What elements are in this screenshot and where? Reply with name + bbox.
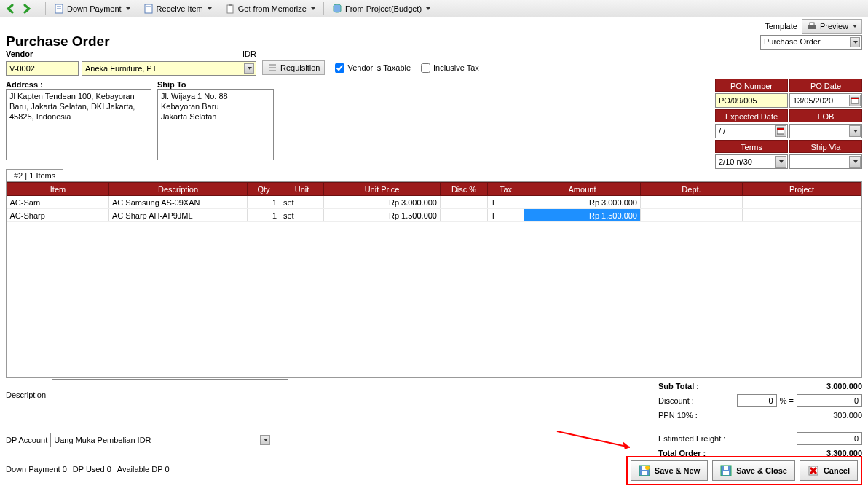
chevron-down-icon <box>244 63 254 74</box>
po-date-header: PO Date <box>789 79 862 92</box>
discount-pct-input[interactable] <box>737 394 777 407</box>
inclusive-tax-checkbox[interactable]: Inclusive Tax <box>421 63 479 73</box>
dropdown-icon <box>311 7 315 10</box>
col-desc[interactable]: Description <box>109 183 248 196</box>
clipboard-icon <box>225 4 235 14</box>
terms-value: 2/10 n/30 <box>719 157 752 166</box>
dp-account-select[interactable]: Uang Muka Pembelian IDR <box>50 433 272 447</box>
receive-item-button[interactable]: Receive Item <box>138 1 217 16</box>
cell-tax[interactable]: T <box>488 196 524 209</box>
cancel-button[interactable]: Cancel <box>800 460 858 481</box>
cell-disc[interactable] <box>441 196 488 209</box>
get-memorize-label: Get from Memorize <box>238 4 307 13</box>
items-table-wrap: Item Description Qty Unit Unit Price Dis… <box>6 181 862 378</box>
address-textarea[interactable]: Jl Kapten Tendean 100, Kebayoran Baru, J… <box>6 89 151 160</box>
col-qty[interactable]: Qty <box>248 183 280 196</box>
calendar-icon[interactable] <box>775 125 786 137</box>
cell-item[interactable]: AC-Sharp <box>7 209 109 222</box>
cell-disc[interactable] <box>441 209 488 222</box>
svg-rect-9 <box>810 23 814 25</box>
cell-dept[interactable] <box>641 209 743 222</box>
down-payment-label: Down Payment <box>67 4 122 13</box>
cell-amount[interactable]: Rp 3.000.000 <box>524 196 641 209</box>
printer-icon <box>807 21 817 31</box>
expected-date-value: / / <box>719 127 725 135</box>
chevron-down-icon[interactable] <box>849 125 861 137</box>
shipto-text: Jl. Wijaya 1 No. 88 Kebayoran Baru Jakar… <box>161 92 228 121</box>
expected-date-input[interactable]: / / <box>715 124 788 138</box>
chevron-down-icon[interactable] <box>849 156 861 168</box>
po-number-value: PO/09/005 <box>719 96 757 105</box>
status-dpused: DP Used 0 <box>73 465 111 474</box>
col-dept[interactable]: Dept. <box>641 183 743 196</box>
table-row[interactable]: AC-SamAC Samsung AS-09XAN1setRp 3.000.00… <box>7 196 861 209</box>
receive-item-label: Receive Item <box>157 4 203 13</box>
vendor-taxable-input[interactable] <box>335 63 344 73</box>
freight-input[interactable] <box>797 432 862 445</box>
cell-tax[interactable]: T <box>488 209 524 222</box>
po-number-input[interactable]: PO/09/005 <box>715 93 788 108</box>
svg-point-22 <box>645 466 650 470</box>
from-project-button[interactable]: From Project(Budget) <box>327 1 435 16</box>
cell-desc[interactable]: AC Samsung AS-09XAN <box>109 196 248 209</box>
dropdown-icon <box>853 25 857 28</box>
cell-desc[interactable]: AC Sharp AH-AP9JML <box>109 209 248 222</box>
cell-unit[interactable]: set <box>280 196 324 209</box>
items-tab[interactable]: #2 | 1 Items <box>6 169 63 181</box>
inclusive-tax-input[interactable] <box>421 63 430 73</box>
cancel-icon <box>808 465 819 476</box>
cell-dept[interactable] <box>641 196 743 209</box>
col-tax[interactable]: Tax <box>488 183 524 196</box>
cell-item[interactable]: AC-Sam <box>7 196 109 209</box>
cell-qty[interactable]: 1 <box>248 209 280 222</box>
col-uprice[interactable]: Unit Price <box>324 183 441 196</box>
calendar-icon[interactable] <box>849 95 861 106</box>
template-select[interactable]: Purchase Order <box>760 35 862 50</box>
save-close-button[interactable]: Save & Close <box>712 460 795 481</box>
database-icon <box>332 4 342 14</box>
vendor-taxable-label: Vendor is Taxable <box>347 63 411 72</box>
cell-unit[interactable]: set <box>280 209 324 222</box>
svg-rect-5 <box>227 5 233 13</box>
cell-project[interactable] <box>743 196 861 209</box>
vendor-name-select[interactable]: Aneka Furniture, PT <box>82 61 256 76</box>
nav-forward-button[interactable] <box>20 2 33 15</box>
po-date-input[interactable]: 13/05/2020 <box>789 93 862 108</box>
fob-select[interactable] <box>789 124 862 138</box>
col-project[interactable]: Project <box>743 183 861 196</box>
nav-back-button[interactable] <box>4 2 17 15</box>
cell-uprice[interactable]: Rp 3.000.000 <box>324 196 441 209</box>
save-icon <box>720 465 732 476</box>
requisition-label: Requisition <box>280 63 320 72</box>
cell-project[interactable] <box>743 209 861 222</box>
get-memorize-button[interactable]: Get from Memorize <box>220 1 320 16</box>
cell-uprice[interactable]: Rp 1.500.000 <box>324 209 441 222</box>
ppn-label: PPN 10% : <box>658 411 698 420</box>
col-item[interactable]: Item <box>7 183 109 196</box>
annotation-arrow-icon <box>553 425 641 455</box>
description-textarea[interactable] <box>52 379 288 415</box>
vendor-label: Vendor <box>6 50 33 58</box>
shipvia-select[interactable] <box>789 154 862 169</box>
pct-equals: % = <box>780 396 794 405</box>
po-info-grid: PO Number PO Date PO/09/005 13/05/2020 E… <box>715 79 862 169</box>
items-table[interactable]: Item Description Qty Unit Unit Price Dis… <box>7 182 861 222</box>
down-payment-button[interactable]: Down Payment <box>49 1 135 16</box>
cell-amount[interactable]: Rp 1.500.000 <box>524 209 641 222</box>
col-unit[interactable]: Unit <box>280 183 324 196</box>
chevron-down-icon[interactable] <box>775 156 786 168</box>
col-disc[interactable]: Disc % <box>441 183 488 196</box>
cell-qty[interactable]: 1 <box>248 196 280 209</box>
preview-button[interactable]: Preview <box>802 19 862 34</box>
totals-panel: Sub Total :3.000.000 Discount : % = PPN … <box>658 379 862 460</box>
requisition-button[interactable]: Requisition <box>262 60 325 75</box>
discount-amt-input[interactable] <box>797 394 862 407</box>
col-amount[interactable]: Amount <box>524 183 641 196</box>
terms-select[interactable]: 2/10 n/30 <box>715 154 788 169</box>
table-row[interactable]: AC-SharpAC Sharp AH-AP9JML1setRp 1.500.0… <box>7 209 861 222</box>
vendor-taxable-checkbox[interactable]: Vendor is Taxable <box>335 63 411 73</box>
shipto-textarea[interactable]: Jl. Wijaya 1 No. 88 Kebayoran Baru Jakar… <box>157 89 274 160</box>
save-new-button[interactable]: Save & New <box>631 460 708 481</box>
vendor-code-input[interactable]: V-0002 <box>6 61 79 76</box>
fob-header: FOB <box>789 109 862 122</box>
